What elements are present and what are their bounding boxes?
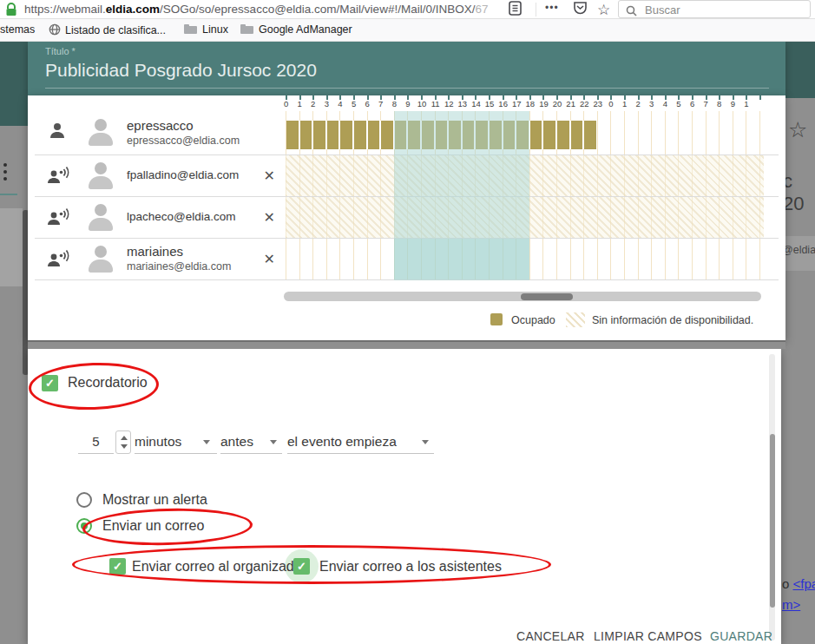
hour-label: 4 — [663, 99, 667, 108]
attendee-row: epressaccoepressacco@eldia.com — [35, 111, 779, 155]
overflow-menu-icon — [3, 177, 7, 181]
avatar — [85, 161, 116, 192]
hour-label: 10 — [417, 99, 427, 108]
freebusy-track-free — [286, 239, 764, 279]
hour-label: 0 — [284, 99, 288, 108]
dimmed-email-text: @eldia — [782, 244, 815, 256]
remove-attendee-button[interactable]: ✕ — [264, 168, 275, 184]
search-input[interactable]: Buscar — [618, 0, 811, 18]
attendee-email: epressacco@eldia.com — [127, 135, 286, 148]
bookmark-star-icon[interactable]: ☆ — [597, 1, 610, 19]
hour-label: 19 — [539, 99, 549, 108]
attendee-row: mariainesmariaines@eldia.com✕ — [35, 239, 779, 280]
attendee-row: fpalladino@eldia.com✕ — [35, 155, 779, 197]
title-input[interactable]: Publicidad Posgrado Jursoc 2020 — [45, 60, 317, 81]
dimmed-tab-indicator — [0, 194, 17, 195]
freebusy-track-occupied — [286, 111, 764, 154]
email-attendees-checkbox[interactable]: ✓ — [293, 558, 310, 575]
bookmarks-bar: stemas Listado de clasifica... Linux Goo… — [0, 19, 815, 42]
dimmed-app-toolbar — [0, 42, 28, 126]
dimmed-app-toolbar — [785, 42, 815, 98]
send-email-radio[interactable] — [76, 518, 92, 534]
hour-label: 20 — [553, 99, 562, 108]
title-field-label: Título * — [45, 46, 76, 56]
hour-label: 1 — [297, 99, 301, 108]
hour-label: 5 — [352, 99, 356, 108]
dimmed-panel — [0, 208, 23, 286]
occupied-blocks — [286, 121, 596, 149]
attendee-email: lpacheco@eldia.com — [127, 210, 264, 225]
attendee-icon — [47, 207, 69, 229]
bookmark-item[interactable]: Google AdManager — [240, 23, 352, 37]
attendee-info: mariainesmariaines@eldia.com✕ — [35, 239, 286, 279]
attendee-info: lpacheco@eldia.com✕ — [35, 197, 286, 238]
search-placeholder: Buscar — [645, 3, 680, 16]
hour-label: 0 — [608, 99, 613, 108]
stepper-down-icon[interactable] — [121, 444, 128, 449]
freebusy-track-no-info — [286, 155, 764, 196]
page-actions-icon[interactable]: ••• — [545, 2, 559, 14]
vertical-scrollbar-thumb[interactable] — [770, 434, 775, 608]
clear-fields-button[interactable]: LIMPIAR CAMPOS — [594, 627, 702, 644]
occupied-swatch — [490, 313, 503, 325]
reminder-amount-input[interactable]: 5 — [78, 430, 114, 454]
hour-labels: 0123456789101112131415161718192021222301… — [286, 99, 772, 110]
pocket-icon[interactable] — [573, 1, 588, 18]
bookmark-item[interactable]: stemas — [0, 23, 35, 37]
freebusy-panel: 0123456789101112131415161718192021222301… — [28, 95, 785, 340]
reminder-panel: ✓ Recordatorio 5 minutos antes el evento… — [28, 349, 781, 644]
freebusy-legend: Ocupado Sin información de disponibilida… — [28, 311, 775, 332]
organizer-icon — [47, 121, 69, 145]
send-email-label: Enviar un correo — [102, 518, 204, 534]
hour-label: 3 — [649, 99, 654, 108]
attendee-row: lpacheco@eldia.com✕ — [35, 197, 779, 239]
vertical-scrollbar[interactable] — [769, 354, 775, 641]
hour-label: 8 — [392, 99, 397, 108]
save-button[interactable]: GUARDAR — [710, 627, 772, 644]
cancel-button[interactable]: CANCELAR — [516, 627, 585, 644]
hour-label: 7 — [378, 99, 383, 108]
stepper-up-icon[interactable] — [121, 436, 128, 440]
url-text[interactable]: https://webmail.eldia.com/SOGo/so/epress… — [24, 3, 488, 16]
amount-stepper[interactable] — [115, 430, 131, 454]
show-alert-radio[interactable] — [76, 492, 92, 508]
attendee-info: epressaccoepressacco@eldia.com — [35, 111, 286, 154]
avatar — [85, 244, 116, 275]
dimmed-link-text: m> — [782, 597, 800, 612]
dimmed-subject-text: c 20 — [783, 170, 815, 215]
reminder-unit-select[interactable]: minutos — [135, 430, 217, 454]
overflow-menu-icon — [3, 163, 7, 167]
remove-attendee-button[interactable]: ✕ — [264, 209, 275, 226]
dimmed-link-text: o <fpa — [782, 576, 815, 591]
hour-label: 13 — [458, 99, 468, 108]
reminder-checkbox[interactable]: ✓ — [42, 375, 58, 391]
hour-label: 6 — [365, 99, 369, 108]
hour-label: 14 — [471, 99, 481, 108]
attendee-info: fpalladino@eldia.com✕ — [35, 155, 286, 196]
reader-mode-icon[interactable] — [509, 1, 522, 18]
attendee-email: mariaines@eldia.com — [127, 260, 264, 274]
email-organizer-checkbox[interactable]: ✓ — [109, 558, 126, 575]
avatar — [85, 117, 116, 148]
hour-label: 3 — [325, 99, 329, 108]
attendee-icon — [47, 248, 69, 271]
browser-url-bar[interactable]: https://webmail.eldia.com/SOGo/so/epress… — [0, 0, 815, 19]
remove-attendee-button[interactable]: ✕ — [264, 251, 275, 267]
horizontal-scrollbar-thumb[interactable] — [521, 293, 573, 300]
attendee-icon — [47, 165, 69, 187]
chevron-down-icon — [422, 440, 429, 444]
reminder-relation-select[interactable]: antes — [220, 430, 282, 454]
reminder-label: Recordatorio — [68, 375, 148, 391]
hour-label: 4 — [338, 99, 342, 108]
search-icon — [626, 4, 637, 20]
bookmark-item[interactable]: Listado de clasifica... — [49, 23, 166, 37]
title-input-underline — [45, 88, 769, 89]
hour-label: 15 — [485, 99, 495, 108]
reminder-reference-select[interactable]: el evento empieza — [287, 430, 434, 454]
horizontal-scrollbar[interactable] — [284, 292, 761, 301]
bookmark-item[interactable]: Linux — [184, 23, 228, 37]
toolbar-separator — [536, 3, 536, 16]
attendee-name: epressacco — [127, 118, 286, 135]
no-info-swatch — [566, 312, 585, 327]
overflow-menu-icon — [3, 170, 7, 174]
